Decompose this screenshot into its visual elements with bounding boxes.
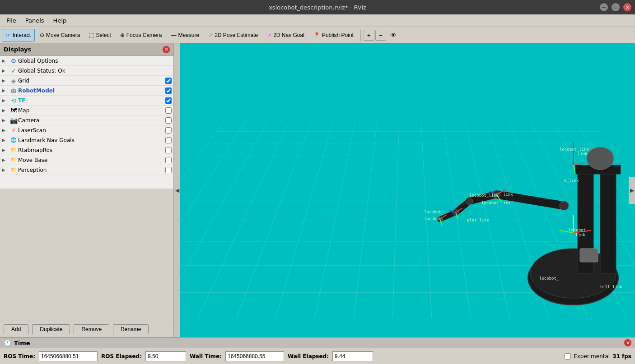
3d-viewport[interactable]: locobot_link link m_link link locobot_li… — [180, 43, 635, 337]
tf-checkbox[interactable] — [165, 97, 172, 104]
grid-icon: ◈ — [9, 77, 18, 84]
ros-time-label: ROS Time: — [4, 353, 35, 359]
close-button[interactable]: ✕ — [623, 3, 631, 11]
time-close-button[interactable]: ✕ — [624, 339, 631, 346]
window-controls: ─ □ ✕ — [600, 3, 631, 11]
move-camera-button[interactable]: ⊙ Move Camera — [36, 29, 84, 41]
list-item[interactable]: ▶ 🌐 Landmark Nav Goals — [0, 135, 173, 145]
list-item[interactable]: ▶ 📷 Camera — [0, 115, 173, 125]
toolbar: ☞ Interact ⊙ Move Camera ⬚ Select ⊕ Focu… — [0, 27, 635, 43]
ros-elapsed-label: ROS Elapsed: — [101, 353, 142, 359]
landmark-checkbox[interactable] — [165, 137, 172, 143]
right-collapse-arrow[interactable]: ▶ — [629, 177, 635, 204]
select-button[interactable]: ⬚ Select — [85, 29, 115, 41]
interact-label: Interact — [13, 32, 31, 38]
add-button[interactable]: Add — [4, 324, 28, 334]
movebase-icon: 📁 — [9, 157, 18, 163]
robot-svg: locobot_link link m_link link locobot_li… — [180, 43, 635, 337]
rtabmap-label: RtabmapRos — [18, 147, 165, 153]
wall-time-label: Wall Time: — [190, 353, 222, 359]
perception-checkbox[interactable] — [165, 167, 172, 173]
list-item[interactable]: ▶ ⚙ Global Options — [0, 56, 173, 66]
publish-point-button[interactable]: 📍 Publish Point — [309, 29, 358, 41]
remove-button[interactable]: Remove — [74, 324, 109, 334]
menu-file[interactable]: File — [2, 16, 21, 25]
view-options-button[interactable]: 👁 — [387, 29, 400, 41]
svg-text:bill_link: bill_link — [600, 285, 622, 289]
list-item[interactable]: ▶ 🗺 Map — [0, 106, 173, 115]
move-camera-label: Move Camera — [46, 32, 80, 38]
2d-nav-button[interactable]: ↗ 2D Nav Goal — [263, 29, 308, 41]
list-item[interactable]: ▶ ⚡ LaserScan — [0, 125, 173, 135]
time-header-left: 🕐 Time — [4, 339, 30, 346]
list-item[interactable]: ▶ ⟲ TF — [0, 96, 173, 106]
interact-button[interactable]: ☞ Interact — [2, 29, 35, 41]
expand-icon: ▶ — [2, 157, 9, 162]
minimize-button[interactable]: ─ — [600, 3, 608, 11]
svg-line-24 — [573, 163, 584, 165]
laserscan-checkbox[interactable] — [165, 127, 172, 134]
interact-icon: ☞ — [6, 32, 11, 38]
displays-panel: Displays ✕ ▶ ⚙ Global Options ▶ ✓ Global… — [0, 43, 174, 337]
robotmodel-label: RobotModel — [18, 88, 165, 94]
menu-help[interactable]: Help — [49, 16, 71, 25]
expand-icon: ▶ — [2, 78, 9, 83]
nav-icon: ↗ — [267, 32, 271, 38]
map-checkbox[interactable] — [165, 107, 172, 114]
svg-line-25 — [573, 165, 575, 174]
ros-elapsed-input[interactable] — [145, 351, 186, 361]
laserscan-label: LaserScan — [18, 127, 165, 134]
measure-button[interactable]: — Measure — [167, 29, 203, 41]
zoom-out-button[interactable]: − — [375, 30, 386, 41]
robotmodel-icon: 🤖 — [9, 88, 18, 93]
camera-checkbox[interactable] — [165, 117, 172, 124]
rename-button[interactable]: Rename — [113, 324, 149, 334]
list-item[interactable]: ▶ 📁 Move Base — [0, 155, 173, 165]
select-label: Select — [96, 32, 111, 38]
svg-point-12 — [466, 198, 473, 205]
expand-icon: ▶ — [2, 88, 9, 93]
rtabmap-checkbox[interactable] — [165, 147, 172, 153]
perception-label: Perception — [18, 167, 165, 173]
ros-time-input[interactable] — [39, 351, 98, 361]
focus-camera-icon: ⊕ — [120, 32, 125, 38]
maximize-button[interactable]: □ — [612, 3, 620, 11]
duplicate-button[interactable]: Duplicate — [32, 324, 70, 334]
tf-label: TF — [18, 97, 165, 104]
window-title: xslocobot_description.rviz* - RViz — [269, 4, 366, 11]
list-item[interactable]: ▶ 📁 RtabmapRos — [0, 145, 173, 155]
menubar: File Panels Help — [0, 14, 635, 27]
wall-elapsed-input[interactable] — [332, 351, 373, 361]
movebase-checkbox[interactable] — [165, 157, 172, 163]
zoom-in-button[interactable]: + — [364, 30, 374, 41]
expand-icon: ▶ — [2, 167, 9, 172]
list-item[interactable]: ▶ ◈ Grid — [0, 76, 173, 86]
publish-label: Publish Point — [322, 32, 354, 38]
svg-rect-29 — [580, 249, 598, 262]
camera-label: Camera — [18, 117, 165, 124]
displays-close-button[interactable]: ✕ — [163, 46, 170, 53]
left-collapse-arrow[interactable]: ◀ — [174, 43, 180, 337]
map-icon: 🗺 — [9, 107, 18, 114]
expand-icon: ▶ — [2, 128, 9, 133]
experimental-checkbox[interactable] — [565, 353, 571, 359]
pose-label: 2D Pose Estimate — [215, 32, 258, 38]
global-options-icon: ⚙ — [9, 57, 18, 65]
main-layout: Displays ✕ ▶ ⚙ Global Options ▶ ✓ Global… — [0, 43, 635, 337]
displays-panel-buttons: Add Duplicate Remove Rename — [0, 321, 173, 337]
svg-text:link: link — [575, 233, 585, 237]
focus-camera-button[interactable]: ⊕ Focus Camera — [116, 29, 166, 41]
pose-icon: ↗ — [208, 32, 213, 38]
menu-panels[interactable]: Panels — [21, 16, 49, 25]
robotmodel-checkbox[interactable] — [165, 88, 172, 94]
grid-checkbox[interactable] — [165, 78, 172, 84]
svg-text:locobot_: locobot_ — [424, 217, 444, 221]
list-item[interactable]: ▶ ✓ Global Status: Ok — [0, 66, 173, 76]
list-item[interactable]: ▶ 📁 Perception — [0, 165, 173, 175]
expand-icon: ▶ — [2, 98, 9, 103]
list-item[interactable]: ▶ 🤖 RobotModel — [0, 86, 173, 96]
wall-time-input[interactable] — [225, 351, 284, 361]
global-options-label: Global Options — [18, 58, 163, 64]
focus-camera-label: Focus Camera — [126, 32, 162, 38]
2d-pose-button[interactable]: ↗ 2D Pose Estimate — [204, 29, 262, 41]
